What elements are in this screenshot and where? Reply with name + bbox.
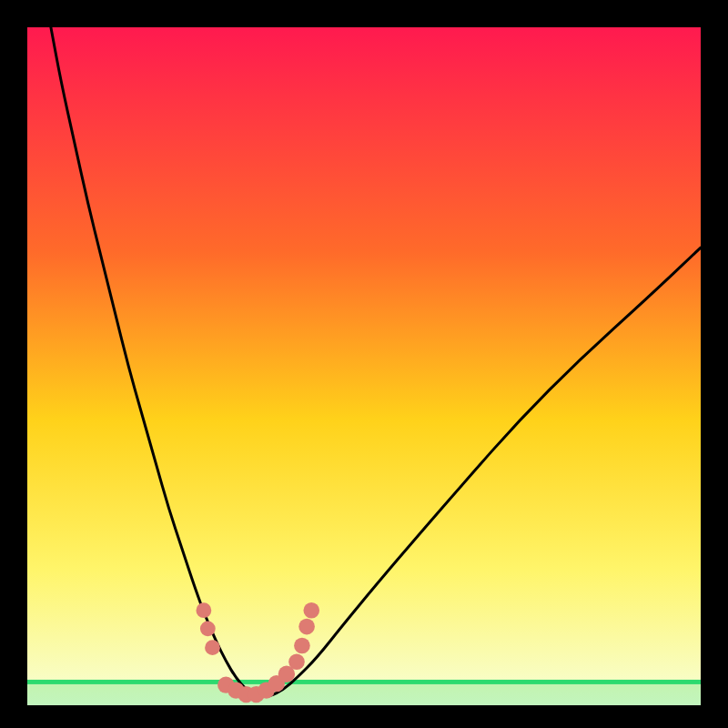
marker-dot <box>294 638 310 654</box>
plot-area <box>27 27 701 705</box>
marker-dot <box>303 602 319 619</box>
marker-dot <box>200 621 216 636</box>
marker-dot <box>196 602 211 618</box>
green-baseline <box>27 680 701 684</box>
marker-dot <box>205 640 220 655</box>
green-wash <box>27 684 701 705</box>
chart-stage: TheBottleneck.com <box>0 0 728 728</box>
marker-dot <box>288 654 305 671</box>
marker-dot <box>298 619 315 635</box>
chart-svg <box>0 0 728 728</box>
